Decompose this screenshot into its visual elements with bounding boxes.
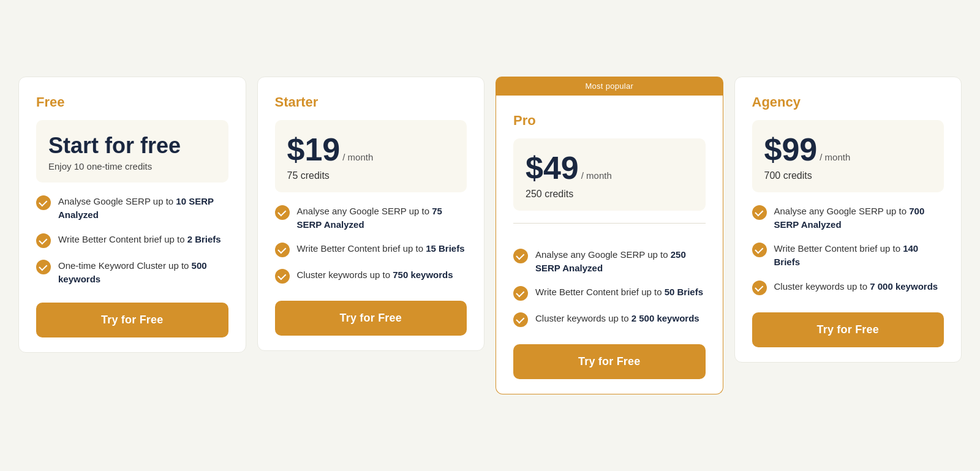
- price-amount-agency: $99/ month: [764, 134, 932, 165]
- price-credits-pro: 250 credits: [526, 189, 693, 200]
- feature-item-agency-1: Write Better Content brief up to 140 Bri…: [752, 242, 944, 269]
- plan-wrapper-free: FreeStart for freeEnjoy 10 one-time cred…: [18, 77, 246, 353]
- plan-card-free: FreeStart for freeEnjoy 10 one-time cred…: [18, 77, 246, 353]
- plan-wrapper-agency: Agency$99/ month700 creditsAnalyse any G…: [734, 77, 962, 363]
- cta-button-agency[interactable]: Try for Free: [752, 312, 944, 347]
- feature-item-agency-2: Cluster keywords up to 7 000 keywords: [752, 280, 944, 295]
- check-icon-pro-2: [513, 312, 528, 327]
- price-amount-pro: $49/ month: [526, 152, 693, 184]
- feature-item-pro-1: Write Better Content brief up to 50 Brie…: [513, 285, 706, 301]
- feature-text-free-0: Analyse Google SERP up to 10 SERP Analyz…: [58, 195, 228, 222]
- feature-item-starter-1: Write Better Content brief up to 15 Brie…: [275, 242, 467, 257]
- price-section-agency: $99/ month700 credits: [752, 120, 944, 192]
- features-list-free: Analyse Google SERP up to 10 SERP Analyz…: [36, 195, 228, 285]
- check-icon-free-2: [36, 260, 51, 274]
- check-icon-agency-2: [752, 281, 767, 295]
- feature-item-pro-0: Analyse any Google SERP up to 250 SERP A…: [513, 248, 706, 275]
- cta-button-starter[interactable]: Try for Free: [275, 301, 467, 336]
- price-period-pro: / month: [581, 170, 612, 181]
- feature-item-pro-2: Cluster keywords up to 2 500 keywords: [513, 312, 706, 327]
- feature-item-starter-2: Cluster keywords up to 750 keywords: [275, 268, 467, 284]
- check-icon-free-0: [36, 195, 51, 210]
- plan-card-starter: Starter$19/ month75 creditsAnalyse any G…: [257, 77, 485, 352]
- features-list-starter: Analyse any Google SERP up to 75 SERP An…: [275, 205, 467, 284]
- feature-text-free-1: Write Better Content brief up to 2 Brief…: [58, 233, 221, 246]
- feature-item-free-2: One-time Keyword Cluster up to 500 keywo…: [36, 259, 228, 286]
- feature-item-free-1: Write Better Content brief up to 2 Brief…: [36, 233, 228, 248]
- feature-text-agency-2: Cluster keywords up to 7 000 keywords: [774, 280, 938, 293]
- price-number-agency: $99: [764, 134, 818, 165]
- plan-name-pro: Pro: [513, 113, 706, 129]
- price-display-free: Start for free: [48, 134, 216, 158]
- feature-text-starter-0: Analyse any Google SERP up to 75 SERP An…: [297, 205, 467, 232]
- check-icon-pro-0: [513, 249, 528, 263]
- price-subtitle-free: Enjoy 10 one-time credits: [48, 161, 216, 171]
- price-credits-agency: 700 credits: [764, 170, 932, 181]
- feature-item-agency-0: Analyse any Google SERP up to 700 SERP A…: [752, 205, 944, 232]
- feature-text-agency-0: Analyse any Google SERP up to 700 SERP A…: [774, 205, 944, 232]
- price-section-free: Start for freeEnjoy 10 one-time credits: [36, 120, 228, 183]
- price-section-starter: $19/ month75 credits: [275, 120, 467, 192]
- check-icon-agency-0: [752, 205, 767, 220]
- plan-card-pro: Pro$49/ month250 creditsAnalyse any Goog…: [496, 96, 723, 395]
- price-period-agency: / month: [820, 152, 850, 162]
- price-amount-starter: $19/ month: [287, 134, 455, 165]
- feature-text-pro-0: Analyse any Google SERP up to 250 SERP A…: [535, 248, 706, 275]
- feature-text-starter-2: Cluster keywords up to 750 keywords: [297, 268, 453, 282]
- feature-text-starter-1: Write Better Content brief up to 15 Brie…: [297, 242, 465, 255]
- price-credits-starter: 75 credits: [287, 170, 455, 181]
- check-icon-starter-1: [275, 243, 290, 257]
- pricing-container: FreeStart for freeEnjoy 10 one-time cred…: [18, 77, 962, 395]
- plan-card-agency: Agency$99/ month700 creditsAnalyse any G…: [734, 77, 962, 363]
- check-icon-starter-2: [275, 269, 290, 284]
- plan-wrapper-pro: Most popularPro$49/ month250 creditsAnal…: [496, 77, 723, 395]
- features-list-agency: Analyse any Google SERP up to 700 SERP A…: [752, 205, 944, 295]
- plan-wrapper-starter: Starter$19/ month75 creditsAnalyse any G…: [257, 77, 485, 352]
- feature-text-pro-2: Cluster keywords up to 2 500 keywords: [535, 312, 699, 325]
- check-icon-starter-0: [275, 205, 290, 220]
- check-icon-free-1: [36, 233, 51, 248]
- feature-text-pro-1: Write Better Content brief up to 50 Brie…: [535, 285, 703, 299]
- plan-name-free: Free: [36, 94, 228, 110]
- feature-item-starter-0: Analyse any Google SERP up to 75 SERP An…: [275, 205, 467, 232]
- plan-name-starter: Starter: [275, 94, 467, 110]
- feature-item-free-0: Analyse Google SERP up to 10 SERP Analyz…: [36, 195, 228, 222]
- cta-button-pro[interactable]: Try for Free: [513, 344, 706, 379]
- most-popular-badge: Most popular: [496, 77, 723, 96]
- divider-pro: [513, 223, 706, 224]
- features-list-pro: Analyse any Google SERP up to 250 SERP A…: [513, 248, 706, 328]
- price-section-pro: $49/ month250 credits: [513, 138, 706, 211]
- price-period-starter: / month: [342, 152, 373, 162]
- price-number-starter: $19: [287, 134, 341, 165]
- plan-name-agency: Agency: [752, 94, 944, 110]
- check-icon-agency-1: [752, 243, 767, 257]
- cta-button-free[interactable]: Try for Free: [36, 303, 228, 337]
- price-number-pro: $49: [526, 152, 579, 184]
- feature-text-free-2: One-time Keyword Cluster up to 500 keywo…: [58, 259, 228, 286]
- feature-text-agency-1: Write Better Content brief up to 140 Bri…: [774, 242, 944, 269]
- check-icon-pro-1: [513, 286, 528, 301]
